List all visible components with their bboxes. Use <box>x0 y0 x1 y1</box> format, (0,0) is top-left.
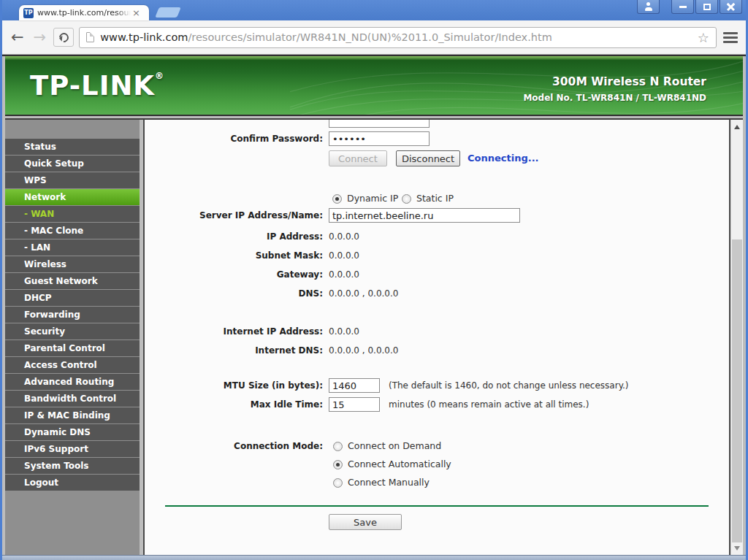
header-banner: TP-LINK® 300M Wireless N Router Model No… <box>5 56 743 116</box>
connect-on-demand-radio[interactable] <box>333 442 343 451</box>
reload-icon <box>57 31 70 44</box>
subnet-mask-label: Subnet Mask: <box>145 248 323 264</box>
new-tab-button[interactable] <box>155 7 181 18</box>
sidebar-item-security[interactable]: Security <box>5 323 140 340</box>
dynamic-ip-label[interactable]: Dynamic IP <box>347 193 398 204</box>
bookmark-star-icon[interactable]: ☆ <box>698 30 709 45</box>
tab-title: www.tp-link.com/resource <box>37 8 131 18</box>
connect-automatically-label[interactable]: Connect Automatically <box>348 459 451 469</box>
ip-address-value: 0.0.0.0 <box>329 229 359 245</box>
save-button[interactable]: Save <box>329 514 402 530</box>
sidebar-item-system-tools[interactable]: System Tools <box>5 458 140 474</box>
sidebar-item-mac-clone[interactable]: - MAC Clone <box>5 223 140 239</box>
content-row: Status Quick Setup WPS Network - WAN - M… <box>5 118 743 555</box>
browser-tab[interactable]: TP www.tp-link.com/resource × <box>19 5 149 20</box>
confirm-password-field[interactable] <box>329 131 430 146</box>
sidebar-item-wps[interactable]: WPS <box>5 172 140 188</box>
confirm-password-label: Confirm Password: <box>145 131 323 147</box>
connection-status: Connecting... <box>468 150 539 166</box>
connect-manually-label[interactable]: Connect Manually <box>348 477 430 488</box>
server-name-label: Server IP Address/Name: <box>145 207 323 223</box>
mtu-size-note: (The default is 1460, do not change unle… <box>389 377 629 394</box>
sidebar-item-wireless[interactable]: Wireless <box>5 256 140 272</box>
max-idle-time-note: minutes (0 means remain active at all ti… <box>389 396 589 413</box>
max-idle-time-label: Max Idle Time: <box>145 396 323 413</box>
titlebar: TP www.tp-link.com/resource × <box>2 0 746 20</box>
scrollbar-up-icon <box>734 122 740 129</box>
sidebar-item-parental-control[interactable]: Parental Control <box>5 340 140 356</box>
subnet-mask-value: 0.0.0.0 <box>329 248 359 264</box>
gateway-value: 0.0.0.0 <box>329 266 359 283</box>
static-ip-radio[interactable] <box>402 194 411 204</box>
minimize-icon <box>679 6 687 8</box>
maximize-button[interactable] <box>695 0 718 14</box>
router-admin-page: TP-LINK® 300M Wireless N Router Model No… <box>2 55 746 555</box>
sidebar-item-dhcp[interactable]: DHCP <box>5 290 140 306</box>
reload-button[interactable] <box>53 28 74 47</box>
scrollbar-thumb[interactable] <box>732 239 742 542</box>
sidebar-item-guest-network[interactable]: Guest Network <box>5 273 140 289</box>
sidebar-item-access-control[interactable]: Access Control <box>5 357 140 373</box>
sidebar-item-lan[interactable]: - LAN <box>5 239 140 256</box>
forward-button[interactable]: → <box>31 30 49 45</box>
address-bar[interactable]: www.tp-link.com /resources/simulator/WR8… <box>79 27 717 48</box>
menu-icon[interactable] <box>722 31 739 45</box>
sidebar-item-forwarding[interactable]: Forwarding <box>5 307 140 323</box>
internet-dns-value: 0.0.0.0 , 0.0.0.0 <box>329 342 398 358</box>
max-idle-time-input[interactable] <box>329 397 380 412</box>
section-separator <box>165 505 709 507</box>
server-name-input[interactable] <box>329 208 520 223</box>
window-bottom-frame <box>2 555 746 560</box>
connect-on-demand-label[interactable]: Connect on Demand <box>348 440 441 451</box>
tab-close-icon[interactable]: × <box>132 8 140 18</box>
connect-automatically-radio[interactable] <box>333 460 343 469</box>
browser-window: TP www.tp-link.com/resource × ← → www.tp… <box>0 0 748 560</box>
maximize-icon <box>703 4 711 10</box>
url-host: www.tp-link.com <box>100 31 188 43</box>
connect-button[interactable]: Connect <box>329 150 387 166</box>
connection-mode-label: Connection Mode: <box>145 438 323 454</box>
profile-button[interactable] <box>637 0 660 14</box>
minimize-button[interactable] <box>671 0 694 14</box>
close-icon <box>727 3 735 11</box>
dynamic-ip-radio[interactable] <box>332 194 342 204</box>
tp-link-favicon: TP <box>23 8 34 18</box>
person-icon <box>644 2 653 11</box>
registered-mark: ® <box>155 71 164 81</box>
sidebar-item-quick-setup[interactable]: Quick Setup <box>5 156 140 172</box>
internet-dns-label: Internet DNS: <box>145 342 323 358</box>
url-path: /resources/simulator/WR841N_ND(UN)%2011.… <box>188 31 552 43</box>
internet-ip-value: 0.0.0.0 <box>329 323 359 340</box>
gateway-label: Gateway: <box>145 266 323 283</box>
sidebar-item-network[interactable]: Network <box>5 189 140 205</box>
mtu-size-label: MTU Size (in bytes): <box>145 377 323 394</box>
scrollbar-up-button[interactable] <box>731 121 743 133</box>
disconnect-button[interactable]: Disconnect <box>396 150 460 166</box>
dns-label: DNS: <box>145 285 323 302</box>
sidebar-item-ip-mac-binding[interactable]: IP & MAC Binding <box>5 407 140 423</box>
back-button[interactable]: ← <box>9 30 26 45</box>
connect-manually-radio[interactable] <box>333 478 343 488</box>
wan-settings-panel: Confirm Password: Connect Disconnect Con… <box>143 120 730 555</box>
sidebar-item-advanced-routing[interactable]: Advanced Routing <box>5 374 140 390</box>
tp-link-logo: TP-LINK® <box>30 70 164 101</box>
sidebar-item-ipv6-support[interactable]: IPv6 Support <box>5 441 140 457</box>
vertical-scrollbar[interactable] <box>730 120 743 555</box>
ip-address-label: IP Address: <box>145 229 323 245</box>
scrollbar-down-icon <box>734 546 740 553</box>
sidebar-item-wan[interactable]: - WAN <box>5 206 140 222</box>
password-field-partial[interactable] <box>329 120 430 128</box>
close-button[interactable] <box>720 0 742 14</box>
product-name: 300M Wireless N Router <box>523 75 706 88</box>
mtu-size-input[interactable] <box>329 378 380 393</box>
page-document-icon <box>86 32 94 42</box>
sidebar-item-status[interactable]: Status <box>5 139 140 155</box>
sidebar-menu: Status Quick Setup WPS Network - WAN - M… <box>5 120 140 555</box>
sidebar-item-bandwidth-control[interactable]: Bandwidth Control <box>5 391 140 407</box>
model-number: Model No. TL-WR841N / TL-WR841ND <box>523 93 706 103</box>
sidebar-item-dynamic-dns[interactable]: Dynamic DNS <box>5 424 140 440</box>
sidebar-item-logout[interactable]: Logout <box>5 475 140 491</box>
browser-toolbar: ← → www.tp-link.com /resources/simulator… <box>2 20 746 55</box>
scrollbar-down-button[interactable] <box>731 542 743 553</box>
static-ip-label[interactable]: Static IP <box>416 193 454 204</box>
